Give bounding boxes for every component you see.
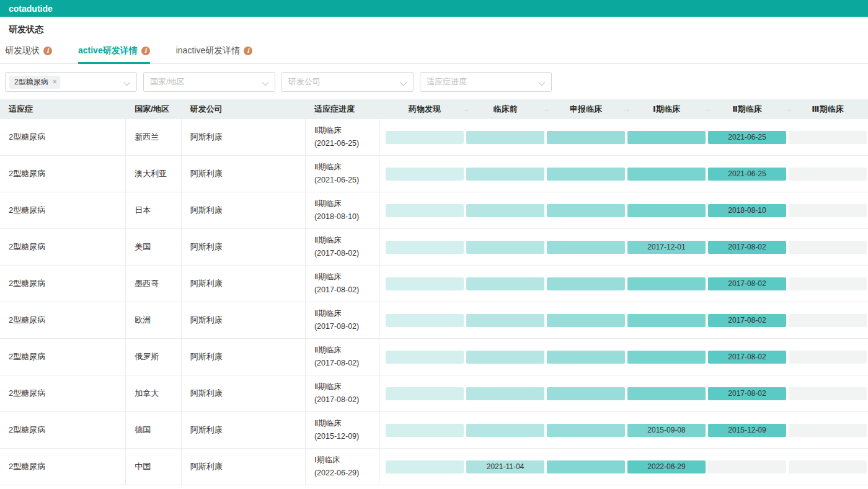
company-cell: 阿斯利康 (182, 339, 306, 375)
company-cell: 阿斯利康 (182, 302, 306, 338)
phase-segment (386, 277, 464, 290)
tab-2[interactable]: inactive研发详情 i (176, 45, 252, 64)
phase-segment (386, 204, 464, 217)
tab-1[interactable]: active研发详情 i (78, 45, 150, 64)
development-table: 适应症 国家/地区 研发公司 适应症进度 药物发现 → 临床前 → 申报临床 →… (0, 99, 868, 485)
phase-segment (547, 241, 625, 254)
remove-tag-icon[interactable]: × (53, 78, 57, 86)
segment-date: 2022-06-29 (647, 462, 685, 471)
segment-date: 2018-08-10 (728, 206, 766, 215)
phase-column-header: 申报临床 → (546, 104, 626, 115)
company-cell: 阿斯利康 (182, 412, 306, 448)
indication-cell: 2型糖尿病 (0, 449, 126, 485)
phase-bar: 2021-06-25 (379, 156, 868, 192)
phase-segment (789, 351, 867, 364)
phase-bar: 2017-08-02 (379, 266, 868, 302)
tab-0[interactable]: 研发现状 i (5, 45, 52, 64)
chevron-down-icon (123, 79, 130, 86)
tabs-bar: 研发现状 i active研发详情 i inactive研发详情 i (0, 39, 868, 64)
phase-segment (627, 168, 706, 181)
phase-segment (789, 387, 867, 400)
progress-date: (2021-06-25) (314, 137, 359, 150)
phase-segment (547, 314, 625, 327)
phase-segment (466, 131, 544, 144)
country-cell: 俄罗斯 (126, 339, 181, 375)
info-icon[interactable]: i (244, 47, 252, 55)
table-row: 2型糖尿病 澳大利亚 阿斯利康 Ⅱ期临床 (2021-06-25) 2021-0… (0, 156, 868, 192)
segment-date: 2021-06-25 (728, 133, 766, 141)
country-cell: 加拿大 (126, 375, 181, 411)
phase-segment (627, 277, 706, 290)
phase-segment (386, 460, 464, 473)
info-icon[interactable]: i (141, 47, 150, 55)
company-cell: 阿斯利康 (182, 449, 306, 485)
progress-phase: Ⅱ期临床 (314, 417, 342, 430)
phase-segment: 2022-06-29 (627, 460, 706, 473)
progress-date: (2021-06-25) (314, 174, 359, 187)
phase-segment (627, 131, 706, 144)
segment-date: 2021-06-25 (728, 169, 766, 178)
phase-bar: 2021-11-042022-06-29 (379, 449, 868, 485)
phase-segment (386, 351, 464, 364)
progress-cell: Ⅱ期临床 (2021-06-25) (306, 156, 379, 192)
phase-segment: 2018-08-10 (708, 204, 786, 217)
indication-cell: 2型糖尿病 (0, 266, 126, 302)
progress-phase: Ⅰ期临床 (314, 454, 340, 467)
table-row: 2型糖尿病 欧洲 阿斯利康 Ⅱ期临床 (2017-08-02) 2017-08-… (0, 302, 868, 339)
column-header: 研发公司 (182, 104, 306, 115)
country-filter[interactable]: 国家/地区 (143, 72, 275, 92)
phase-column-header: Ⅲ期临床 (787, 104, 868, 115)
select-placeholder: 国家/地区 (148, 76, 185, 87)
progress-phase: Ⅱ期临床 (314, 271, 342, 284)
phase-segment: 2015-09-08 (627, 424, 706, 437)
progress-phase: Ⅱ期临床 (314, 124, 342, 137)
chevron-down-icon (538, 79, 545, 86)
country-cell: 德国 (126, 412, 181, 448)
tab-label: 研发现状 (5, 45, 40, 56)
progress-phase: Ⅱ期临床 (314, 197, 342, 210)
progress-phase: Ⅱ期临床 (314, 161, 342, 174)
tab-label: active研发详情 (78, 45, 138, 56)
phase-segment (789, 277, 867, 290)
table-row: 2型糖尿病 加拿大 阿斯利康 Ⅱ期临床 (2017-08-02) 2017-08… (0, 375, 868, 412)
indication-cell: 2型糖尿病 (0, 229, 126, 265)
progress-date: (2022-06-29) (314, 467, 359, 480)
company-filter[interactable]: 研发公司 (281, 72, 414, 92)
indication-cell: 2型糖尿病 (0, 412, 126, 448)
phase-segment: 2021-11-04 (466, 460, 544, 473)
phase-segment (466, 314, 544, 327)
phase-segment (547, 387, 625, 400)
phase-segment (386, 387, 464, 400)
phase-column-header: Ⅱ期临床 → (707, 104, 787, 115)
phase-segment (789, 241, 867, 254)
phase-segment (466, 424, 544, 437)
country-cell: 墨西哥 (126, 266, 181, 302)
progress-filter[interactable]: 适应症进度 (420, 72, 552, 92)
indication-filter[interactable]: 2型糖尿病 × (5, 72, 137, 92)
column-header: 适应症进度 (306, 104, 379, 115)
phase-bar: 2017-08-02 (379, 302, 868, 338)
phase-segment (386, 131, 464, 144)
progress-cell: Ⅱ期临床 (2017-08-02) (306, 302, 379, 338)
selected-tag: 2型糖尿病 × (9, 76, 60, 89)
table-body: 2型糖尿病 新西兰 阿斯利康 Ⅱ期临床 (2021-06-25) 2021-06… (0, 119, 868, 485)
phase-bar: 2017-12-012017-08-02 (379, 229, 868, 265)
progress-cell: Ⅱ期临床 (2017-08-02) (306, 375, 379, 411)
progress-cell: Ⅱ期临床 (2017-08-02) (306, 229, 379, 265)
info-icon[interactable]: i (43, 47, 52, 55)
indication-cell: 2型糖尿病 (0, 339, 126, 375)
phase-column-header: Ⅰ期临床 → (626, 104, 707, 115)
phase-segment (466, 277, 544, 290)
table-row: 2型糖尿病 日本 阿斯利康 Ⅱ期临床 (2018-08-10) 2018-08-… (0, 192, 868, 229)
phase-bar: 2017-08-02 (379, 375, 868, 411)
country-cell: 中国 (126, 449, 181, 485)
phase-segment (547, 168, 625, 181)
phase-segment: 2015-12-09 (708, 424, 786, 437)
company-cell: 阿斯利康 (182, 192, 306, 228)
tab-label: inactive研发详情 (176, 45, 240, 56)
segment-date: 2021-11-04 (487, 462, 525, 471)
segment-date: 2015-09-08 (647, 426, 685, 434)
column-header: 国家/地区 (126, 104, 181, 115)
segment-date: 2017-08-02 (728, 279, 766, 288)
drug-name-title: cotadutide (9, 4, 53, 14)
